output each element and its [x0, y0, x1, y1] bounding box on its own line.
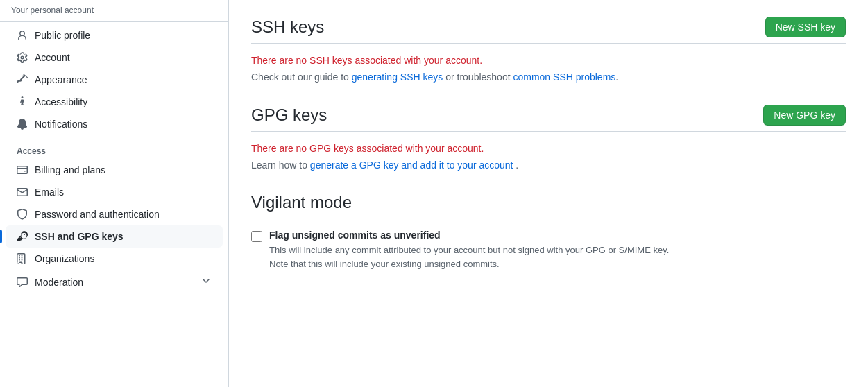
person-icon: [17, 30, 28, 41]
vigilant-checkbox[interactable]: [251, 231, 262, 242]
ssh-empty-text: There are no SSH keys associated with yo…: [251, 55, 846, 66]
main-content: SSH keys New SSH key There are no SSH ke…: [229, 0, 868, 387]
vigilant-description-line2: Note that this will include your existin…: [269, 259, 500, 269]
access-section-label: Access: [0, 135, 228, 159]
common-ssh-problems-link[interactable]: common SSH problems: [513, 71, 615, 83]
comment-icon: [17, 277, 28, 288]
sidebar-item-accessibility[interactable]: Accessibility: [6, 91, 223, 113]
vigilant-description-line1: This will include any commit attributed …: [269, 245, 669, 255]
sidebar-item-label: Password and authentication: [35, 209, 160, 220]
sidebar-item-label: Public profile: [35, 30, 90, 41]
vigilant-section-title: Vigilant mode: [251, 193, 846, 212]
accessibility-icon: [17, 96, 28, 108]
ssh-section-header: SSH keys New SSH key: [251, 17, 846, 37]
ssh-guide-prefix: Check out our guide to: [251, 71, 352, 83]
mail-icon: [17, 187, 28, 198]
ssh-guide-text: Check out our guide to generating SSH ke…: [251, 71, 846, 83]
sidebar-item-label: SSH and GPG keys: [35, 231, 124, 242]
vigilant-section: Vigilant mode Flag unsigned commits as u…: [251, 193, 846, 270]
gpg-divider: [251, 131, 846, 132]
gpg-section-header: GPG keys New GPG key: [251, 105, 846, 126]
gpg-guide-text: Learn how to generate a GPG key and add …: [251, 160, 846, 171]
sidebar-item-public-profile[interactable]: Public profile: [6, 24, 223, 46]
vigilant-checkbox-content: Flag unsigned commits as unverified This…: [269, 230, 669, 270]
credit-card-icon: [17, 164, 28, 175]
gpg-section-title: GPG keys: [251, 105, 327, 125]
new-gpg-key-button[interactable]: New GPG key: [763, 105, 846, 126]
vigilant-description: This will include any commit attributed …: [269, 243, 669, 270]
sidebar-item-notifications[interactable]: Notifications: [6, 113, 223, 135]
ssh-section: SSH keys New SSH key There are no SSH ke…: [251, 17, 846, 83]
sidebar-item-moderation[interactable]: Moderation: [6, 270, 223, 294]
sidebar-item-billing[interactable]: Billing and plans: [6, 159, 223, 181]
generate-gpg-key-link[interactable]: generate a GPG key and add it to your ac…: [310, 160, 513, 171]
sidebar-item-organizations[interactable]: Organizations: [6, 248, 223, 270]
sidebar-item-appearance[interactable]: Appearance: [6, 69, 223, 91]
ssh-guide-or: or troubleshoot: [443, 71, 513, 83]
sidebar-item-label: Organizations: [35, 253, 94, 264]
key-icon: [17, 231, 28, 242]
new-ssh-key-button[interactable]: New SSH key: [765, 17, 846, 37]
chevron-down-icon: [201, 275, 212, 289]
gpg-guide-prefix: Learn how to: [251, 160, 310, 171]
gear-icon: [17, 52, 28, 63]
sidebar-item-label: Accessibility: [35, 96, 87, 108]
ssh-divider: [251, 43, 846, 44]
paintbrush-icon: [17, 74, 28, 85]
sidebar-item-label: Notifications: [35, 119, 87, 130]
sidebar-item-label: Account: [35, 52, 70, 63]
sidebar-item-label: Emails: [35, 187, 64, 198]
sidebar-item-emails[interactable]: Emails: [6, 181, 223, 203]
personal-account-label: Your personal account: [0, 0, 228, 22]
gpg-section: GPG keys New GPG key There are no GPG ke…: [251, 105, 846, 171]
shield-icon: [17, 209, 28, 220]
vigilant-checkbox-row: Flag unsigned commits as unverified This…: [251, 230, 846, 270]
bell-icon: [17, 119, 28, 130]
building-icon: [17, 253, 28, 264]
sidebar: Your personal account Public profile Acc…: [0, 0, 229, 387]
sidebar-item-ssh-gpg[interactable]: SSH and GPG keys: [6, 225, 223, 248]
generating-ssh-keys-link[interactable]: generating SSH keys: [352, 71, 443, 83]
vigilant-divider: [251, 218, 846, 218]
ssh-section-title: SSH keys: [251, 17, 324, 37]
sidebar-item-label: Billing and plans: [35, 164, 105, 175]
gpg-guide-suffix: .: [513, 160, 518, 171]
gpg-empty-text: There are no GPG keys associated with yo…: [251, 143, 846, 154]
sidebar-item-password-auth[interactable]: Password and authentication: [6, 203, 223, 225]
vigilant-checkbox-label[interactable]: Flag unsigned commits as unverified: [269, 230, 441, 241]
ssh-guide-suffix: .: [615, 71, 618, 83]
sidebar-item-account[interactable]: Account: [6, 46, 223, 69]
sidebar-item-label: Appearance: [35, 74, 87, 85]
sidebar-item-label: Moderation: [35, 277, 83, 288]
